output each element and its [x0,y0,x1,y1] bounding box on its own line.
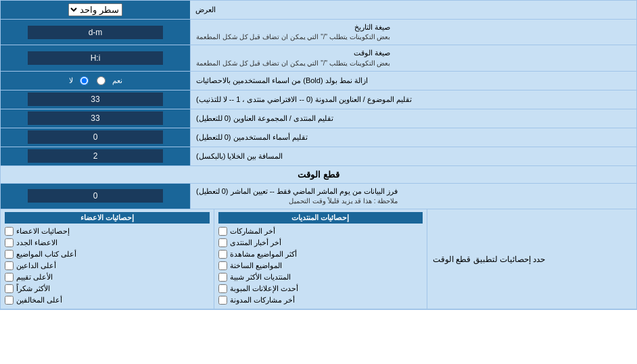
cb-members-stats[interactable]: إحصائيات الاعضاء [5,226,210,237]
cb-similar-forums-label: المنتديات الأكثر شبية [230,273,291,282]
time-format-input[interactable] [28,51,163,65]
cb-members-stats-label: إحصائيات الاعضاء [16,227,70,236]
cb-most-viewed-input[interactable] [218,250,227,259]
cb-latest-posts[interactable]: أخر المشاركات [218,226,423,237]
cb-hot-topics-input[interactable] [218,261,227,270]
cb-top-rated[interactable]: الأعلى تقييم [5,271,210,283]
cb-new-members-input[interactable] [5,238,14,247]
checkboxes-area: حدد إحصائيات لتطبيق قطع الوقت إحصائيات ا… [1,209,636,309]
cb-hot-topics-label: المواضيع الساخنة [230,261,282,270]
user-names-input[interactable] [28,130,163,144]
cb-latest-ads-label: أحدث الإعلانات المبوبة [230,284,298,293]
subject-count-row: تقليم الموضوع / العناوين المدونة (0 -- ا… [1,90,636,109]
forum-members-label: تقليم المنتدى / المجموعة العناوين (0 للت… [190,109,636,128]
date-format-row: صيغة التاريخ بعض التكوينات يتطلب "/" الت… [1,20,636,45]
cell-spacing-label: المسافة بين الخلايا (بالبكسل) [190,147,636,165]
date-format-label: صيغة التاريخ بعض التكوينات يتطلب "/" الت… [190,20,636,45]
posts-stats-col: إحصائيات المنتديات أخر المشاركات أخر أخب… [214,209,427,309]
limit-label-cell: حدد إحصائيات لتطبيق قطع الوقت [427,209,636,309]
cb-latest-ads[interactable]: أحدث الإعلانات المبوبة [218,283,423,294]
bold-remove-label: ازالة نمط بولد (Bold) من اسماء المستخدمي… [190,72,636,90]
cb-latest-marked[interactable]: أخر مشاركات المدونة [218,294,423,306]
cb-latest-ads-input[interactable] [218,284,227,293]
user-names-input-cell[interactable] [1,128,190,147]
cb-forum-news-label: أخر أخبار المنتدى [230,238,281,247]
bold-no-radio[interactable] [80,76,89,85]
date-format-input-cell[interactable] [1,20,190,45]
cb-top-posters[interactable]: أعلى كتاب المواضيع [5,249,210,260]
forum-members-input[interactable] [28,111,163,125]
time-format-label: صيغة الوقت بعض التكوينات يتطلب "/" التي … [190,45,636,70]
cb-top-rated-label: الأعلى تقييم [16,273,53,282]
bold-remove-radio-cell[interactable]: نعم لا [1,72,190,90]
cb-most-thanked-input[interactable] [5,284,14,293]
cb-top-referred[interactable]: أعلى المخالفين [5,294,210,306]
display-label: العرض [190,1,636,19]
cutoff-row: فرز البيانات من يوم الماشر الماضي فقط --… [1,184,636,209]
header-row: العرض سطر واحد [1,1,636,20]
date-format-input[interactable] [28,26,163,39]
time-format-input-cell[interactable] [1,45,190,70]
cb-most-viewed[interactable]: أكثر المواضيع مشاهدة [218,249,423,260]
subject-count-label: تقليم الموضوع / العناوين المدونة (0 -- ا… [190,90,636,109]
cb-top-online[interactable]: أعلى الداعين [5,260,210,271]
cell-spacing-input[interactable] [28,149,163,163]
bold-yes-radio[interactable] [97,76,105,85]
cb-similar-forums[interactable]: المنتديات الأكثر شبية [218,271,423,283]
cb-latest-posts-label: أخر المشاركات [230,227,275,236]
cutoff-input-cell[interactable] [1,184,190,209]
forum-members-row: تقليم المنتدى / المجموعة العناوين (0 للت… [1,109,636,128]
cb-new-members-label: الاعضاء الجدد [16,238,57,247]
members-stats-col: إحصائيات الاعضاء إحصائيات الاعضاء الاعضا… [1,209,214,309]
cb-similar-forums-input[interactable] [218,273,227,282]
lines-select[interactable]: سطر واحد [68,3,122,16]
cb-top-online-label: أعلى الداعين [16,261,56,270]
posts-header: إحصائيات المنتديات [218,212,423,224]
cb-top-rated-input[interactable] [5,273,14,282]
cb-latest-marked-label: أخر مشاركات المدونة [230,296,295,305]
cutoff-label: فرز البيانات من يوم الماشر الماضي فقط --… [190,184,636,209]
cutoff-input[interactable] [28,189,163,203]
time-format-row: صيغة الوقت بعض التكوينات يتطلب "/" التي … [1,45,636,71]
cb-latest-posts-input[interactable] [218,227,227,236]
cell-spacing-input-cell[interactable] [1,147,190,165]
cb-most-thanked[interactable]: الأكثر شكراً [5,283,210,294]
cb-forum-news-input[interactable] [218,238,227,247]
cutoff-title: قطع الوقت [298,170,339,180]
cell-spacing-row: المسافة بين الخلايا (بالبكسل) [1,147,636,166]
cb-top-referred-input[interactable] [5,296,14,305]
cb-top-posters-input[interactable] [5,250,14,259]
subject-count-input-cell[interactable] [1,90,190,109]
cb-most-thanked-label: الأكثر شكراً [16,284,50,293]
user-names-row: تقليم أسماء المستخدمين (0 للتعطيل) [1,128,636,147]
subject-count-input[interactable] [28,93,163,106]
cutoff-header: قطع الوقت [1,166,636,184]
cb-top-online-input[interactable] [5,261,14,270]
cb-latest-marked-input[interactable] [218,296,227,305]
bold-remove-row: ازالة نمط بولد (Bold) من اسماء المستخدمي… [1,72,636,90]
user-names-label: تقليم أسماء المستخدمين (0 للتعطيل) [190,128,636,147]
cb-top-posters-label: أعلى كتاب المواضيع [16,250,76,259]
cb-new-members[interactable]: الاعضاء الجدد [5,237,210,249]
main-container: العرض سطر واحد صيغة التاريخ بعض التكوينا… [0,0,637,310]
cb-members-stats-input[interactable] [5,227,14,236]
cb-hot-topics[interactable]: المواضيع الساخنة [218,260,423,271]
no-label: لا [69,76,73,85]
cb-most-viewed-label: أكثر المواضيع مشاهدة [230,250,297,259]
limit-label: حدد إحصائيات لتطبيق قطع الوقت [433,255,545,264]
members-header: إحصائيات الاعضاء [5,212,210,224]
yes-label: نعم [112,76,122,85]
cb-forum-news[interactable]: أخر أخبار المنتدى [218,237,423,249]
forum-members-input-cell[interactable] [1,109,190,128]
cb-top-referred-label: أعلى المخالفين [16,296,62,305]
select-cell[interactable]: سطر واحد [1,1,190,19]
